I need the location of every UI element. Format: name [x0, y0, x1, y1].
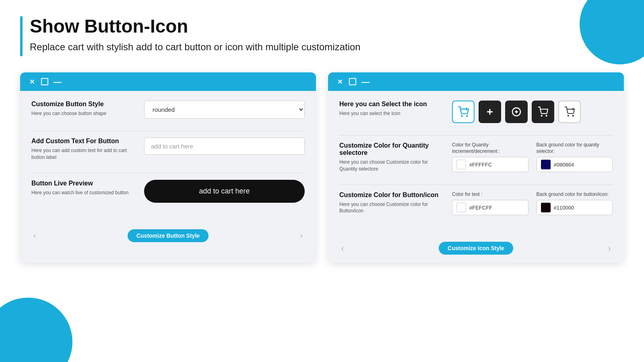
left-panel-bottom: ‹ Customize Button Style › [20, 224, 316, 250]
right-titlebar: ✕ — [328, 72, 624, 91]
icon-option-plus-circle[interactable] [505, 101, 528, 123]
custom-text-description: Here you can add custom text for add to … [31, 147, 136, 161]
left-prev-arrow[interactable]: ‹ [28, 229, 41, 242]
quantity-bg-swatch [541, 160, 551, 169]
page-subtitle: Replace cart with stylish add to cart bu… [30, 41, 361, 53]
button-text-color-label: Color for text : [452, 191, 528, 198]
right-minimize-button[interactable]: — [361, 77, 370, 86]
svg-point-10 [546, 115, 547, 116]
quantity-color-controls: Color for Quanity increment/decrement : … [452, 142, 613, 172]
icon-selector-row [452, 101, 613, 123]
button-style-control: rounded square pill [144, 101, 305, 119]
bg-decoration-bottom-left [0, 298, 72, 362]
button-color-section: Customize Color for Button/icon Here you… [339, 191, 613, 216]
icon-option-plus[interactable] [479, 101, 501, 123]
quantity-color-section-row: Color for Quanity increment/decrement : … [452, 142, 613, 172]
panels-container: ✕ — Customize Button Style Here you can … [20, 72, 624, 263]
quantity-bg-color-label: Back ground color for quanity selector: [537, 142, 613, 154]
icon-option-cart-outline[interactable] [558, 101, 581, 123]
quantity-bg-color-input[interactable]: #080864 [537, 157, 613, 172]
quantity-color-section: Customize Color for Quantity selectore H… [339, 142, 613, 173]
divider-r1 [339, 135, 613, 136]
button-text-color-input[interactable]: #FEFCFF [452, 200, 528, 215]
right-next-arrow[interactable]: › [603, 242, 616, 255]
header-text: Show Button-Icon Replace cart with styli… [30, 16, 361, 53]
divider-2 [31, 173, 305, 173]
quantity-color-heading: Customize Color for Quantity selectore [339, 142, 444, 156]
right-maximize-button[interactable] [349, 78, 356, 85]
left-panel: ✕ — Customize Button Style Here you can … [20, 72, 316, 263]
divider-1 [31, 131, 305, 131]
right-panel-body: Here you can Select the icon Here you ca… [328, 91, 624, 237]
quantity-bg-color-block: Back ground color for quanity selector: … [537, 142, 613, 172]
right-nav-label-button[interactable]: Customize Icon Style [439, 242, 513, 255]
button-text-color-value: #FEFCFF [469, 205, 492, 211]
quantity-bg-color-value: #080864 [554, 162, 574, 168]
button-style-section: Customize Button Style Here you can choo… [31, 101, 305, 119]
header-section: Show Button-Icon Replace cart with styli… [20, 16, 624, 56]
icon-select-label-area: Here you can Select the icon Here you ca… [339, 101, 444, 117]
svg-point-1 [466, 115, 467, 116]
left-panel-body: Customize Button Style Here you can choo… [20, 91, 316, 224]
quantity-color-description: Here you can choose Customize color for … [339, 159, 444, 173]
quantity-increment-color-block: Color for Quanity increment/decrement : … [452, 142, 528, 172]
quantity-increment-color-value: #FFFFFC [469, 162, 492, 168]
icon-select-heading: Here you can Select the icon [339, 101, 444, 108]
button-text-color-block: Color for text : #FEFCFF [452, 191, 528, 216]
quantity-increment-swatch [456, 160, 466, 169]
custom-text-input[interactable] [144, 138, 305, 155]
button-color-heading: Customize Color for Button/icon [339, 191, 444, 199]
button-bg-color-value: #110000 [554, 205, 574, 211]
svg-point-12 [573, 115, 574, 116]
custom-text-label-area: Add Custom Text For Button Here you can … [31, 138, 136, 161]
page-title: Show Button-Icon [30, 16, 361, 37]
right-close-button[interactable]: ✕ [335, 77, 344, 86]
svg-point-9 [541, 115, 542, 116]
preview-label-area: Button Live Preview Here you can watch l… [31, 180, 136, 196]
header-accent-bar [20, 16, 23, 56]
button-bg-color-label: Back ground color for button/icon: [537, 191, 613, 198]
quantity-color-label-area: Customize Color for Quantity selectore H… [339, 142, 444, 173]
icon-options-area [452, 101, 613, 123]
preview-description: Here you can watch live of customized bu… [31, 189, 136, 196]
preview-control: add to cart here [144, 180, 305, 203]
svg-point-11 [568, 115, 569, 116]
left-close-button[interactable]: ✕ [27, 77, 36, 86]
button-style-description: Here you can choose button shape [31, 110, 136, 117]
icon-select-description: Here you can select the icon [339, 110, 444, 117]
left-minimize-button[interactable]: — [53, 77, 62, 86]
preview-heading: Button Live Preview [31, 180, 136, 187]
left-maximize-button[interactable] [41, 78, 48, 85]
preview-section: Button Live Preview Here you can watch l… [31, 180, 305, 203]
button-bg-color-block: Back ground color for button/icon: #1100… [537, 191, 613, 216]
button-bg-color-input[interactable]: #110000 [537, 200, 613, 215]
icon-option-cart-plus-selected[interactable] [452, 101, 475, 123]
button-color-section-row: Color for text : #FEFCFF Back ground col… [452, 191, 613, 216]
button-text-swatch [456, 203, 466, 212]
left-nav-label-button[interactable]: Customize Button Style [128, 229, 208, 242]
right-panel: ✕ — Here you can Select the icon Here yo… [328, 72, 624, 263]
custom-text-control [144, 138, 305, 155]
svg-point-0 [461, 115, 462, 116]
button-bg-swatch [541, 203, 551, 212]
button-color-description: Here you can choose Customize color for … [339, 201, 444, 215]
custom-text-section: Add Custom Text For Button Here you can … [31, 138, 305, 161]
button-style-heading: Customize Button Style [31, 101, 136, 108]
right-prev-arrow[interactable]: ‹ [336, 242, 349, 255]
button-color-label-area: Customize Color for Button/icon Here you… [339, 191, 444, 215]
button-style-select[interactable]: rounded square pill [144, 101, 305, 119]
right-panel-bottom: ‹ Customize Icon Style › [328, 237, 624, 263]
quantity-increment-color-input[interactable]: #FFFFFC [452, 157, 528, 172]
divider-r2 [339, 185, 613, 185]
icon-option-cart-dark[interactable] [532, 101, 554, 123]
left-titlebar: ✕ — [20, 72, 316, 91]
left-next-arrow[interactable]: › [295, 229, 308, 242]
button-style-label-area: Customize Button Style Here you can choo… [31, 101, 136, 117]
button-color-controls: Color for text : #FEFCFF Back ground col… [452, 191, 613, 216]
quantity-increment-color-label: Color for Quanity increment/decrement : [452, 142, 528, 154]
preview-button[interactable]: add to cart here [144, 180, 305, 203]
custom-text-heading: Add Custom Text For Button [31, 138, 136, 145]
icon-select-section: Here you can Select the icon Here you ca… [339, 101, 613, 123]
